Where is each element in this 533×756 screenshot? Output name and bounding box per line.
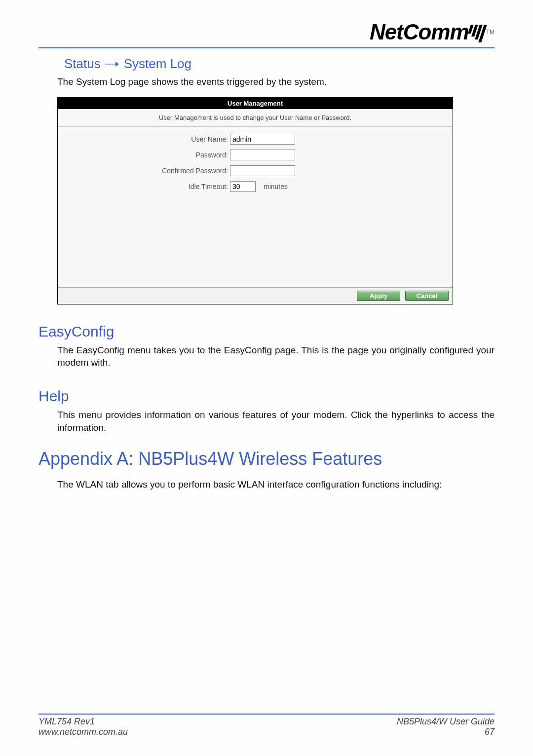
appendix-text: The WLAN tab allows you to perform basic… — [57, 478, 495, 491]
confirm-password-input[interactable] — [230, 165, 295, 176]
footer-right-top: NB5Plus4/W User Guide — [397, 717, 495, 727]
page-footer: YML754 Rev1 NB5Plus4/W User Guide www.ne… — [38, 714, 495, 737]
easyconfig-text: The EasyConfig menu takes you to the Eas… — [57, 344, 495, 369]
row-idle-timeout: Idle Timeout: minutes — [58, 181, 453, 192]
idle-timeout-label: Idle Timeout: — [58, 183, 230, 190]
footer-left-bottom: www.netcomm.com.au — [38, 727, 128, 737]
logo-text: NetComm — [370, 20, 469, 44]
username-label: User Name: — [58, 135, 230, 143]
password-input[interactable] — [230, 150, 295, 160]
panel-footer: Apply Cancel — [58, 287, 453, 304]
idle-timeout-input[interactable] — [230, 181, 256, 192]
row-username: User Name: — [58, 134, 453, 145]
arrow-right-icon — [104, 62, 121, 67]
brand-logo: NetComm TM — [370, 20, 495, 44]
footer-left-top: YML754 Rev1 — [38, 717, 95, 727]
user-management-panel: User Management User Management is used … — [57, 97, 453, 304]
page-header: NetComm TM — [38, 10, 495, 44]
username-input[interactable] — [230, 134, 295, 145]
section-heading-appendix: Appendix A: NB5Plus4W Wireless Features — [38, 449, 495, 469]
panel-title: User Management — [58, 98, 453, 109]
section-heading-status: Status System Log — [64, 56, 495, 72]
row-password: Password: — [58, 150, 453, 160]
section-heading-help: Help — [38, 388, 495, 405]
breadcrumb-right: System Log — [124, 56, 191, 72]
row-confirm-password: Confirmed Password: — [58, 165, 453, 176]
trademark-symbol: TM — [486, 29, 495, 36]
apply-button[interactable]: Apply — [357, 291, 400, 301]
panel-form: User Name: Password: Confirmed Password:… — [58, 127, 453, 287]
footer-divider — [38, 714, 495, 715]
footer-right-bottom: 67 — [485, 727, 495, 737]
status-intro-text: The System Log page shows the events tri… — [57, 76, 495, 88]
idle-timeout-unit: minutes — [264, 183, 288, 190]
cancel-button[interactable]: Cancel — [405, 291, 449, 301]
breadcrumb-left: Status — [64, 56, 101, 72]
password-label: Password: — [58, 151, 230, 159]
panel-description: User Management is used to change your U… — [58, 109, 453, 127]
section-heading-easyconfig: EasyConfig — [38, 323, 495, 340]
confirm-password-label: Confirmed Password: — [58, 167, 230, 175]
help-text: This menu provides information on variou… — [57, 409, 495, 434]
header-divider — [38, 47, 495, 48]
